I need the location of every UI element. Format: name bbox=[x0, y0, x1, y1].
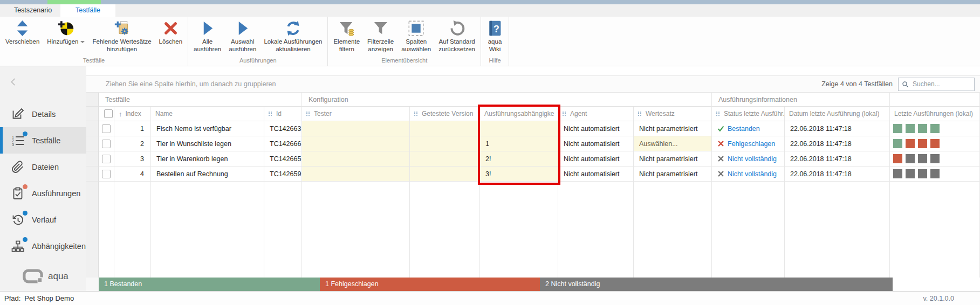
status-label: Fehlgeschlagen bbox=[728, 140, 775, 148]
filterzeile-anzeigen-button[interactable]: Filterzeile anzeigen bbox=[364, 17, 398, 54]
cell-last-execution-status[interactable]: Fehlgeschlagen bbox=[712, 136, 785, 151]
execution-square-green bbox=[930, 124, 940, 133]
cell-tested-version[interactable] bbox=[410, 121, 480, 136]
run-selection-icon bbox=[234, 18, 251, 38]
cell-tester[interactable] bbox=[302, 121, 410, 136]
column-header-status-letzte-ausfuhr[interactable]: Status letzte Ausführ... bbox=[712, 107, 785, 121]
svg-text:?: ? bbox=[494, 23, 499, 34]
cell-id-link[interactable]: TC142659 bbox=[264, 167, 302, 182]
elemente-filtern-button[interactable]: Elemente filtern bbox=[330, 17, 364, 54]
cell-tested-version[interactable] bbox=[410, 151, 480, 167]
loschen-button[interactable]: Löschen bbox=[155, 17, 186, 47]
cell-name: Bestellen auf Rechnung bbox=[151, 167, 264, 182]
cell-execution-dependency[interactable]: 1 bbox=[480, 136, 558, 151]
row-indicator bbox=[86, 136, 99, 151]
cell-valueset: Nicht parametrisiert bbox=[634, 121, 712, 136]
sort-asc-icon: ↑ bbox=[119, 110, 122, 118]
sidebar-item-ausfuhrungen[interactable]: Ausführungen bbox=[0, 180, 86, 206]
column-header-agent[interactable]: Agent bbox=[558, 107, 634, 121]
cell-last-execution-status[interactable]: Bestanden bbox=[712, 121, 785, 136]
sidebar-item-verlauf[interactable]: Verlauf bbox=[0, 206, 86, 233]
sidebar-item-details[interactable]: Details bbox=[0, 101, 86, 127]
cell-execution-dependency[interactable]: 2! bbox=[480, 151, 558, 167]
ribbon-item-label: Auf Standard zurücksetzen bbox=[438, 38, 475, 53]
notification-badge-blue bbox=[23, 237, 28, 242]
cell-id-link[interactable]: TC142666 bbox=[264, 136, 302, 151]
row-checkbox[interactable] bbox=[102, 124, 111, 133]
ribbon-group-label: Ausführungen bbox=[190, 57, 326, 66]
tab-testszenario[interactable]: Testszenario bbox=[5, 4, 60, 17]
column-header-getestete-version[interactable]: Getestete Version bbox=[410, 107, 480, 121]
column-header-index[interactable]: ↑Index bbox=[114, 107, 151, 121]
alle-ausfuhren-button[interactable]: Alle ausführen bbox=[190, 17, 225, 54]
column-grip-icon bbox=[563, 112, 567, 116]
status-incomplete-icon bbox=[717, 155, 724, 162]
lokale-ausfuhrungen-aktualisieren-button[interactable]: Lokale Ausführungen aktualisieren bbox=[260, 17, 326, 54]
tab-bar: Testszenario Testfälle bbox=[0, 4, 980, 17]
column-grip-icon bbox=[414, 112, 419, 116]
cell-tester[interactable] bbox=[302, 167, 410, 182]
column-group-cell bbox=[86, 93, 99, 107]
grid-filler-cell bbox=[785, 182, 890, 278]
cell-tester[interactable] bbox=[302, 136, 410, 151]
cell-execution-dependency[interactable]: 3! bbox=[480, 167, 558, 182]
execution-square-gray bbox=[930, 169, 940, 178]
search-box[interactable] bbox=[898, 78, 975, 91]
spalten-auswahlen-button[interactable]: Spalten auswählen bbox=[398, 17, 435, 54]
cell-valueset: Nicht parametrisiert bbox=[634, 167, 712, 182]
hinzufugen-button[interactable]: Hinzufügen bbox=[43, 17, 88, 47]
column-header-name[interactable]: Name bbox=[151, 107, 264, 121]
cell-tested-version[interactable] bbox=[410, 167, 480, 182]
ribbon-group-testfalle: VerschiebenHinzufügenFehlende Wertesätze… bbox=[0, 17, 188, 66]
chevron-left-icon bbox=[9, 77, 18, 87]
table-row: 4Bestellen auf RechnungTC1426593!Nicht a… bbox=[86, 167, 980, 182]
search-input[interactable] bbox=[912, 80, 971, 88]
cell-id-link[interactable]: TC142665 bbox=[264, 151, 302, 167]
cell-index: 3 bbox=[114, 151, 151, 167]
row-checkbox[interactable] bbox=[102, 155, 111, 163]
auf-standard-zurucksetzen-button[interactable]: Auf Standard zurücksetzen bbox=[435, 17, 479, 54]
row-select-cell bbox=[99, 151, 114, 167]
row-checkbox[interactable] bbox=[102, 170, 111, 178]
select-all-checkbox[interactable] bbox=[104, 109, 113, 118]
cell-last-execution-status[interactable]: Nicht vollständig bbox=[712, 151, 785, 167]
ribbon-group-label: Hilfe bbox=[483, 57, 507, 66]
column-header-label: Wertesatz bbox=[646, 110, 675, 117]
cell-id-link[interactable]: TC142663 bbox=[264, 121, 302, 136]
sidebar-item-abhangigkeiten[interactable]: Abhängigkeiten bbox=[0, 233, 86, 259]
cell-last-execution-status[interactable]: Nicht vollständig bbox=[712, 167, 785, 182]
aqua-logo-label: aqua bbox=[48, 271, 68, 282]
svg-text:2: 2 bbox=[12, 139, 14, 143]
summary-pad bbox=[86, 278, 99, 291]
column-header-datum-letzte-ausfuhrung-lokal[interactable]: Datum letzte Ausführung (lokal) bbox=[785, 107, 890, 121]
sidebar-collapse-button[interactable] bbox=[9, 77, 19, 88]
column-header-ausfuhrungsabhangigke[interactable]: Ausführungsabhängigke bbox=[480, 107, 558, 121]
column-header-letzte-ausfuhrungen-lokal[interactable]: Letzte Ausführungen (lokal) bbox=[890, 107, 980, 121]
cell-valueset[interactable]: Auswählen... bbox=[634, 136, 712, 151]
clipboard-check-icon bbox=[11, 187, 24, 200]
grid-filler-cell bbox=[302, 182, 410, 278]
aqua-wiki-button[interactable]: ?aqua Wiki bbox=[483, 17, 507, 54]
reset-default-icon bbox=[449, 18, 465, 38]
path-label: Pfad: bbox=[4, 294, 20, 302]
cell-agent: Nicht automatisiert bbox=[558, 167, 634, 182]
sidebar-item-testfalle[interactable]: 123Testfälle bbox=[0, 127, 86, 154]
cell-tester[interactable] bbox=[302, 151, 410, 167]
cell-agent: Nicht automatisiert bbox=[558, 151, 634, 167]
notification-badge-blue bbox=[23, 131, 28, 136]
column-header-wertesatz[interactable]: Wertesatz bbox=[634, 107, 712, 121]
auswahl-ausfuhren-button[interactable]: Auswahl ausführen bbox=[225, 17, 260, 54]
sidebar-item-dateien[interactable]: Dateien bbox=[0, 154, 86, 180]
move-icon bbox=[14, 18, 31, 38]
column-header-id[interactable]: Id bbox=[264, 107, 302, 121]
cell-execution-dependency[interactable] bbox=[480, 121, 558, 136]
add-icon bbox=[58, 18, 74, 38]
cell-tested-version[interactable] bbox=[410, 136, 480, 151]
verschieben-button[interactable]: Verschieben bbox=[2, 17, 43, 47]
cell-last-execution-date: 22.06.2018 11:47:18 bbox=[785, 136, 890, 151]
row-checkbox[interactable] bbox=[102, 140, 111, 148]
tab-testfaelle[interactable]: Testfälle bbox=[60, 4, 115, 17]
fehlende-wertesatze-hinzufugen-button[interactable]: Fehlende Wertesätze hinzufügen bbox=[88, 17, 155, 54]
column-header-tester[interactable]: Tester bbox=[302, 107, 410, 121]
column-grip-icon bbox=[269, 112, 273, 116]
